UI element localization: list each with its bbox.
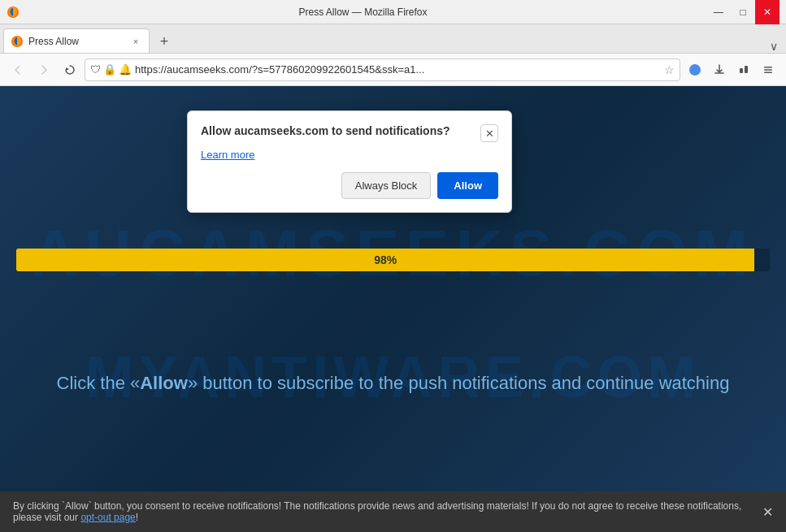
download-icon	[714, 64, 725, 76]
address-bar-security-icons: 🛡 🔒 🔔	[90, 63, 132, 76]
notification-permissions-icon: 🔔	[119, 63, 132, 76]
lock-icon: 🔒	[103, 63, 116, 76]
always-block-button[interactable]: Always Block	[341, 172, 432, 199]
url-text: https://aucamseeks.com/?s=57786020992260…	[135, 63, 661, 76]
progress-bar-container: 98%	[16, 249, 770, 271]
cta-before: Click the «	[57, 373, 141, 393]
svg-point-3	[689, 64, 701, 76]
extensions-icon	[738, 64, 749, 76]
minimize-button[interactable]: —	[706, 0, 731, 24]
refresh-button[interactable]	[59, 58, 81, 81]
svg-rect-7	[764, 69, 772, 71]
forward-icon	[38, 64, 50, 76]
popup-close-button[interactable]: ✕	[480, 124, 498, 142]
popup-action-buttons: Always Block Allow	[201, 172, 498, 199]
hamburger-menu-icon	[762, 64, 774, 76]
maximize-button[interactable]: □	[731, 0, 755, 24]
popup-title: Allow aucamseeks.com to send notificatio…	[201, 124, 480, 137]
main-content: AUCAMSEEKS.COM MYANTIWARE.COM 98% Click …	[0, 86, 786, 491]
bottom-bar-close-button[interactable]: ✕	[762, 504, 773, 520]
new-tab-button[interactable]: +	[153, 30, 176, 53]
refresh-icon	[64, 64, 76, 76]
cta-allow-word: Allow	[140, 373, 188, 393]
forward-button[interactable]	[33, 58, 55, 81]
bottom-notification-bar: By clicking `Allow` button, you consent …	[0, 491, 786, 532]
back-icon	[12, 64, 24, 76]
svg-marker-2	[66, 67, 69, 71]
downloads-button[interactable]	[708, 58, 731, 81]
progress-percent: 98%	[374, 253, 397, 266]
tab-title: Press Allow	[28, 36, 124, 47]
progress-bar-fill: 98%	[16, 249, 754, 271]
bottom-bar-text-after: !	[136, 512, 138, 523]
tab-overflow-button[interactable]: ∨	[765, 40, 783, 53]
allow-button[interactable]: Allow	[437, 172, 498, 199]
tracking-protection-icon: 🛡	[90, 63, 101, 76]
extensions-button[interactable]	[732, 58, 755, 81]
notification-permission-popup: Allow aucamseeks.com to send notificatio…	[187, 110, 512, 213]
toolbar-right-buttons	[684, 58, 779, 81]
close-button[interactable]: ✕	[755, 0, 779, 24]
tab-bar: Press Allow × + ∨	[0, 24, 786, 54]
svg-rect-5	[745, 66, 748, 73]
window-controls: — □ ✕	[706, 0, 779, 24]
tab-favicon-icon	[11, 35, 24, 48]
tab-close-button[interactable]: ×	[129, 35, 142, 48]
window-title: Press Allow — Mozilla Firefox	[20, 6, 706, 18]
more-tools-button[interactable]	[757, 58, 779, 81]
navigation-toolbar: 🛡 🔒 🔔 https://aucamseeks.com/?s=57786020…	[0, 54, 786, 86]
cta-text: Click the «Allow» button to subscribe to…	[0, 373, 786, 394]
address-bar[interactable]: 🛡 🔒 🔔 https://aucamseeks.com/?s=57786020…	[85, 58, 680, 81]
opt-out-link[interactable]: opt-out page	[80, 512, 135, 523]
svg-rect-8	[764, 71, 772, 73]
titlebar-left	[7, 6, 20, 19]
bookmark-star-icon[interactable]: ☆	[664, 63, 675, 76]
cta-after: » button to subscribe to the push notifi…	[188, 373, 730, 393]
progress-section: 98%	[0, 249, 786, 271]
svg-rect-6	[764, 67, 772, 68]
popup-header: Allow aucamseeks.com to send notificatio…	[201, 124, 498, 142]
firefox-logo-icon	[7, 6, 20, 19]
bottom-bar-text: By clicking `Allow` button, you consent …	[13, 500, 756, 523]
svg-rect-4	[740, 68, 743, 73]
titlebar: Press Allow — Mozilla Firefox — □ ✕	[0, 0, 786, 24]
account-icon	[688, 63, 701, 76]
active-tab[interactable]: Press Allow ×	[3, 28, 150, 53]
learn-more-link[interactable]: Learn more	[201, 149, 498, 161]
back-button[interactable]	[7, 58, 29, 81]
firefox-account-button[interactable]	[684, 58, 706, 81]
